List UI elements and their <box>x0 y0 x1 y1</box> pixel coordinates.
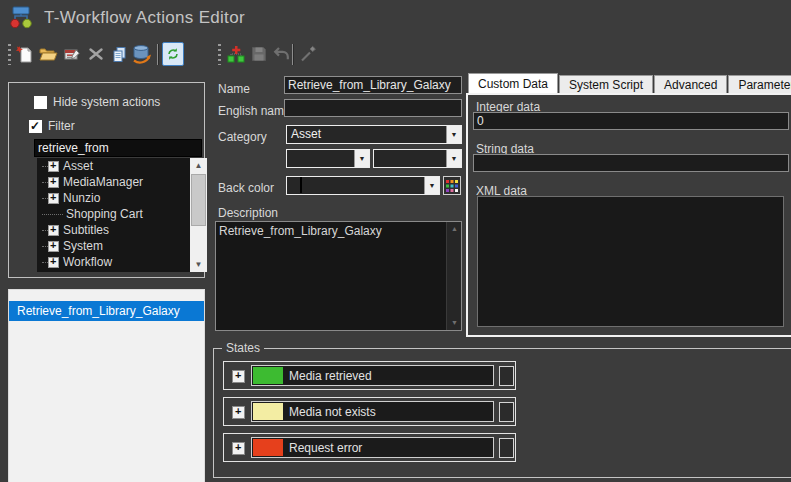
tree-expand-icon[interactable] <box>48 241 59 252</box>
state-name-field[interactable]: Media not exists <box>251 401 494 422</box>
tab-strip: Custom Data System Script Advanced Param… <box>468 74 791 93</box>
add-state-icon <box>226 44 246 64</box>
edit-form-icon <box>63 45 82 64</box>
english-name-label: English name <box>218 104 291 118</box>
hide-system-actions-checkbox[interactable]: Hide system actions <box>34 95 160 109</box>
color-palette-button[interactable] <box>443 176 461 195</box>
tree-item-subtitles[interactable]: Subtitles <box>37 222 190 238</box>
filter-group-box: Hide system actions Filter Asset MediaMa… <box>8 82 205 278</box>
chevron-down-icon[interactable]: ▼ <box>446 150 461 167</box>
new-document-icon <box>15 45 34 64</box>
filter-search-input[interactable] <box>34 139 202 157</box>
state-row-media-retrieved: Media retrieved <box>223 361 516 390</box>
actions-tree: Asset MediaManager Nunzio Shopping Cart <box>37 158 207 272</box>
tree-item-mediamanager[interactable]: MediaManager <box>37 174 190 190</box>
window-title: T-Workflow Actions Editor <box>44 8 245 28</box>
palette-grid-icon <box>446 180 458 192</box>
name-input[interactable] <box>284 76 462 94</box>
finalize-button[interactable] <box>297 42 319 66</box>
database-button[interactable] <box>131 42 153 66</box>
state-options-button[interactable] <box>499 402 514 422</box>
refresh-icon <box>166 47 180 61</box>
state-color-swatch[interactable] <box>253 367 283 384</box>
integer-data-input[interactable] <box>473 112 789 130</box>
scroll-down-icon[interactable]: ▼ <box>447 316 462 330</box>
state-row-request-error: Request error <box>223 433 516 462</box>
tree-item-asset[interactable]: Asset <box>37 158 190 174</box>
undo-button[interactable] <box>270 42 292 66</box>
state-expand-icon[interactable] <box>232 406 245 419</box>
custom-data-tab-page: Integer data String data XML data <box>466 93 791 337</box>
back-color-combo[interactable]: ▼ <box>286 176 440 195</box>
category-combo[interactable]: Asset ▼ <box>286 125 462 144</box>
filter-label: Filter <box>48 119 75 133</box>
string-data-input[interactable] <box>473 154 789 172</box>
category-label: Category <box>218 130 267 144</box>
english-name-input[interactable] <box>284 99 462 117</box>
chevron-down-icon[interactable]: ▼ <box>424 177 439 194</box>
toolbar-separator <box>157 44 158 65</box>
tree-item-system[interactable]: System <box>37 238 190 254</box>
scroll-down-icon[interactable]: ▼ <box>190 257 207 272</box>
scrollbar-thumb[interactable] <box>191 174 206 226</box>
list-item-retrieve-from-library-galaxy[interactable]: Retrieve_from_Library_Galaxy <box>9 301 204 321</box>
main-toolbar <box>0 40 791 70</box>
tab-advanced[interactable]: Advanced <box>654 75 727 93</box>
state-options-button[interactable] <box>499 438 514 458</box>
workflow-actions-editor-window: T-Workflow Actions Editor <box>0 0 791 482</box>
scroll-up-icon[interactable]: ▲ <box>447 222 462 236</box>
xml-data-textarea[interactable] <box>477 196 784 327</box>
copy-button[interactable] <box>108 42 130 66</box>
back-color-swatch <box>300 177 302 193</box>
tab-system-script[interactable]: System Script <box>559 75 653 93</box>
state-name-field[interactable]: Media retrieved <box>251 365 494 386</box>
description-textarea[interactable]: Retrieve_from_Library_Galaxy ▲ ▼ <box>215 221 462 331</box>
save-button[interactable] <box>248 42 270 66</box>
description-label: Description <box>218 206 278 220</box>
checkbox-icon[interactable] <box>34 96 47 109</box>
edit-form-button[interactable] <box>61 42 83 66</box>
tree-expand-icon[interactable] <box>48 193 59 204</box>
hide-system-actions-label: Hide system actions <box>53 95 160 109</box>
tree-expand-icon[interactable] <box>48 177 59 188</box>
tab-custom-data[interactable]: Custom Data <box>468 73 558 93</box>
state-options-button[interactable] <box>499 366 514 386</box>
toolbar-grip[interactable] <box>8 44 11 65</box>
chevron-down-icon[interactable]: ▼ <box>446 126 461 143</box>
tree-item-nunzio[interactable]: Nunzio <box>37 190 190 206</box>
tree-expand-icon[interactable] <box>48 257 59 268</box>
tree-item-workflow[interactable]: Workflow <box>37 254 190 270</box>
state-row-media-not-exists: Media not exists <box>223 397 516 426</box>
state-name-field[interactable]: Request error <box>251 437 494 458</box>
chevron-down-icon[interactable]: ▼ <box>354 150 369 167</box>
database-icon <box>131 44 153 64</box>
scroll-up-icon[interactable]: ▲ <box>190 158 207 173</box>
add-state-button[interactable] <box>225 42 247 66</box>
copy-icon <box>110 45 129 64</box>
subcategory-combo-1[interactable]: ▼ <box>286 149 370 168</box>
subcategory-combo-2[interactable]: ▼ <box>373 149 462 168</box>
new-action-button[interactable] <box>13 42 35 66</box>
checkbox-icon[interactable] <box>29 120 42 133</box>
tree-expand-icon[interactable] <box>48 161 59 172</box>
undo-arrow-icon <box>272 45 291 64</box>
tree-scrollbar[interactable]: ▲ ▼ <box>190 158 207 272</box>
state-color-swatch[interactable] <box>253 403 283 420</box>
open-button[interactable] <box>37 42 59 66</box>
open-folder-icon <box>38 44 58 64</box>
actions-list: Retrieve_from_Library_Galaxy <box>8 289 205 482</box>
state-expand-icon[interactable] <box>232 370 245 383</box>
toolbar-separator-2 <box>292 44 293 65</box>
description-scrollbar[interactable]: ▲ ▼ <box>446 222 461 330</box>
save-floppy-icon <box>250 45 268 63</box>
toolbar-grip-2[interactable] <box>218 44 221 65</box>
state-expand-icon[interactable] <box>232 442 245 455</box>
filter-checkbox[interactable]: Filter <box>29 119 75 133</box>
delete-button[interactable] <box>85 42 107 66</box>
state-color-swatch[interactable] <box>253 439 283 456</box>
tab-parameters[interactable]: Parameters <box>728 75 791 93</box>
tree-expand-icon[interactable] <box>48 225 59 236</box>
name-label: Name <box>218 82 250 96</box>
refresh-button[interactable] <box>162 42 184 66</box>
tree-item-shopping-cart[interactable]: Shopping Cart <box>37 206 190 222</box>
